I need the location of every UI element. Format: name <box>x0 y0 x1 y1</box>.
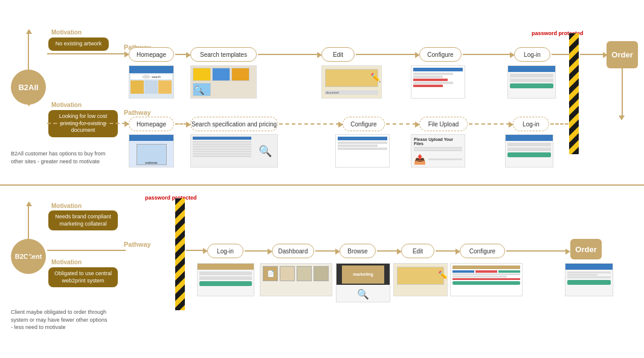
hazard-stripe-b2client <box>175 198 185 310</box>
motivation-label-p1: Motivation <box>51 29 82 36</box>
thumb-dashboard: 📄 <box>260 263 332 296</box>
b2all-section: B2All Motivation No existing artwork Pat… <box>0 0 644 184</box>
main-container: B2All Motivation No existing artwork Pat… <box>0 0 644 358</box>
arrow-h-p1-start <box>47 53 126 54</box>
thumb-homepage-p1: search <box>129 65 174 99</box>
motivation-box-b2c-2: Obligated to use central web2print syste… <box>48 267 118 287</box>
arr-p2-2a <box>175 123 187 125</box>
hazard-stripe-b2all <box>569 33 579 154</box>
arr-b2c-5h <box>565 249 570 255</box>
motivation-label-p2: Motivation <box>51 102 82 108</box>
thumb-search-spec: 🔍 <box>190 134 278 168</box>
arr-b2c-post-hazard <box>186 250 204 251</box>
thumb-browse: marketing 🔍 <box>336 263 390 302</box>
step-edit-p1: Edit <box>321 47 355 62</box>
arr-b2c-up <box>26 201 32 206</box>
v-connector-b2all <box>28 30 29 103</box>
thumb-file-upload: Please Upload Your Files 📤 <box>411 134 465 168</box>
thumb-edit-b2client: ✏️ <box>393 263 448 296</box>
motivation-box-b2c-1: Needs brand compliant marketing collater… <box>48 210 118 230</box>
password-label-b2client: password protected <box>145 195 197 201</box>
note-b2all: B2All customer has options to buy from o… <box>11 150 106 165</box>
step-configure-b2c: Configure <box>460 244 505 258</box>
step-login-p2: Log-in <box>513 117 549 131</box>
arrow-up-p1 <box>26 29 32 34</box>
arr-b2c-4 <box>436 250 457 252</box>
thumb-configure-p2 <box>335 134 390 168</box>
motivation-label-b2c-2: Motivation <box>51 259 82 265</box>
motivation-label-b2c-1: Motivation <box>51 203 82 209</box>
step-homepage-p2: Homepage <box>129 117 174 131</box>
svg-rect-2 <box>569 33 579 154</box>
arr-to-order <box>580 54 604 55</box>
step-search-templates: Search templates <box>190 47 257 62</box>
step-homepage-p1: Homepage <box>129 47 174 62</box>
v-order-connector <box>622 68 623 117</box>
step-file-upload: File Upload <box>419 117 468 131</box>
thumb-edit-p1: ✏️ document <box>321 65 382 99</box>
arrow-down-p2 <box>26 102 32 106</box>
arr-b2c-down <box>26 256 32 261</box>
arr-b2c-1 <box>245 250 269 252</box>
section-divider <box>0 184 644 186</box>
thumb-homepage-p2: website <box>129 134 174 168</box>
arr-p2-5a <box>469 123 510 125</box>
thumb-login-b2client <box>197 263 254 296</box>
arr-p2-4a <box>386 123 416 125</box>
order-box-b2all: Order <box>607 41 638 68</box>
step-login-b2c: Log-in <box>207 244 243 258</box>
pathway-label-b2client: Pathway <box>124 241 151 248</box>
arr-p1-2a <box>175 54 187 55</box>
arr-p1-6a <box>552 54 570 55</box>
thumb-configure-b2client <box>450 263 523 296</box>
arr-p2-3a <box>279 123 340 125</box>
arr-p2-dashed-1 <box>47 123 126 124</box>
arr-p1-4a <box>356 54 416 55</box>
step-login-p1: Log-in <box>514 47 550 62</box>
step-edit-b2c: Edit <box>401 244 434 258</box>
motivation-box-p1: No existing artwork <box>48 37 109 51</box>
b2client-section: B2Client Motivation Needs brand complian… <box>0 187 644 358</box>
arr-b2c-5 <box>506 250 567 252</box>
arr-p1-5a <box>463 54 511 55</box>
note-b2client: Client maybe obligated to order through … <box>11 308 108 331</box>
order-box-b2client: Order <box>570 239 602 259</box>
thumb-login-p1 <box>507 65 556 99</box>
arr-b2c-pre-hazard <box>47 250 126 251</box>
step-search-spec: Search specification and pricing <box>190 117 278 131</box>
arr-b2c-3 <box>377 250 398 252</box>
pathway-label-p2: Pathway <box>124 109 151 116</box>
arr-p1-3a <box>258 54 318 55</box>
step-configure-p1: Configure <box>419 47 462 62</box>
arr-order-down <box>619 116 625 120</box>
v-connector-b2client <box>28 203 29 257</box>
arr-b2c-2 <box>315 250 336 252</box>
thumb-search-templates: 🔍 <box>190 65 257 99</box>
thumb-order-b2client <box>565 263 613 296</box>
step-dashboard: Dashboard <box>272 244 314 258</box>
step-browse: Browse <box>340 244 376 258</box>
arr-p2-6 <box>550 123 568 125</box>
thumb-configure-p1 <box>411 65 465 99</box>
thumb-login-p2 <box>505 134 553 168</box>
step-configure-p2: Configure <box>343 117 385 131</box>
svg-rect-5 <box>175 198 185 310</box>
